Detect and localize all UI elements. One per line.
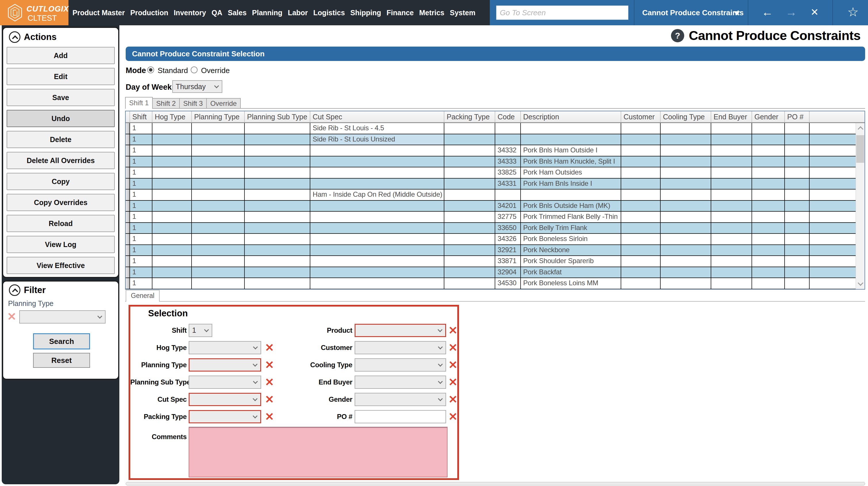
table-row[interactable]: 134530Pork Boneless Loins MM [126, 278, 856, 289]
mode-override-radio[interactable] [191, 66, 197, 73]
clear-end-buyer-icon[interactable]: ✕ [448, 375, 458, 389]
menu-inventory[interactable]: Inventory [174, 9, 206, 17]
row-header[interactable] [126, 256, 130, 267]
scroll-up-icon[interactable] [858, 126, 863, 132]
field-planning-type-select[interactable] [189, 358, 261, 371]
field-po-input[interactable] [354, 410, 446, 423]
field-cut-spec-select[interactable] [189, 393, 261, 406]
row-header[interactable] [126, 278, 130, 289]
table-row[interactable]: 133825Pork Ham Outsides [126, 168, 856, 179]
action-save-button[interactable]: Save [7, 89, 115, 106]
vertical-scrollbar[interactable] [856, 123, 865, 289]
col-gender[interactable]: Gender [752, 111, 785, 122]
help-icon[interactable]: ? [671, 29, 684, 42]
scrollbar-thumb[interactable] [856, 135, 864, 163]
tab-shift-1[interactable]: Shift 1 [125, 97, 153, 109]
col-description[interactable]: Description [521, 111, 621, 122]
clear-cooling-type-icon[interactable]: ✕ [448, 358, 458, 371]
col-hog-type[interactable]: Hog Type [152, 111, 192, 122]
tab-shift-2[interactable]: Shift 2 [152, 98, 180, 109]
menu-finance[interactable]: Finance [386, 9, 413, 17]
row-header[interactable] [126, 168, 130, 178]
clear-hog-type-icon[interactable]: ✕ [265, 341, 274, 354]
table-row[interactable]: 134333Pork Bnls Ham Knuckle, Split I [126, 156, 856, 168]
menu-labor[interactable]: Labor [288, 9, 308, 17]
row-header[interactable] [126, 145, 130, 156]
clear-po-icon[interactable]: ✕ [448, 410, 458, 423]
row-header[interactable] [126, 134, 130, 145]
tab-shift-3[interactable]: Shift 3 [179, 98, 207, 109]
col-cut-spec[interactable]: Cut Spec [310, 111, 444, 122]
back-arrow-icon[interactable]: ← [762, 0, 773, 25]
screen-selector-caret-icon[interactable] [734, 11, 740, 15]
action-view-log-button[interactable]: View Log [7, 236, 115, 253]
menu-sales[interactable]: Sales [228, 9, 246, 17]
col-shift[interactable]: Shift [130, 111, 152, 122]
clear-customer-icon[interactable]: ✕ [448, 341, 458, 354]
action-copy-overrides-button[interactable]: Copy Overrides [7, 194, 115, 211]
field-cooling-type-select[interactable] [354, 358, 446, 371]
field-packing-type-select[interactable] [189, 410, 261, 423]
clear-packing-type-icon[interactable]: ✕ [265, 410, 274, 423]
favorite-star-icon[interactable]: ☆ [847, 0, 859, 25]
action-undo-button[interactable]: Undo [7, 110, 115, 127]
search-button[interactable]: Search [33, 333, 90, 350]
clear-gender-icon[interactable]: ✕ [448, 393, 458, 406]
menu-metrics[interactable]: Metrics [419, 9, 444, 17]
field-shift-select[interactable]: 1 [189, 324, 212, 337]
comments-textarea[interactable] [189, 427, 447, 477]
row-header[interactable] [126, 156, 130, 167]
table-row[interactable]: 1Side Rib - St Louis - 4.5 [126, 123, 856, 134]
col-end-buyer[interactable]: End Buyer [711, 111, 752, 122]
col-packing-type[interactable]: Packing Type [444, 111, 495, 122]
clear-planning-type-icon[interactable]: ✕ [265, 358, 274, 371]
row-header[interactable] [126, 212, 130, 222]
row-header[interactable] [126, 179, 130, 189]
action-reload-button[interactable]: Reload [7, 215, 115, 232]
field-product-select[interactable] [354, 324, 446, 337]
row-header[interactable] [126, 201, 130, 211]
go-to-screen-input[interactable] [496, 5, 628, 20]
action-edit-button[interactable]: Edit [7, 68, 115, 85]
clear-cut-spec-icon[interactable]: ✕ [265, 393, 274, 406]
menu-product-master[interactable]: Product Master [72, 9, 125, 17]
field-planning-sub-type-select[interactable] [189, 375, 261, 389]
row-header[interactable] [126, 189, 130, 200]
mode-override-option[interactable]: Override [201, 66, 230, 75]
menu-logistics[interactable]: Logistics [313, 9, 345, 17]
col-planning-sub-type[interactable]: Planning Sub Type [245, 111, 310, 122]
clear-planning-sub-type-icon[interactable]: ✕ [265, 375, 274, 389]
tab-general[interactable]: General [126, 290, 160, 302]
forward-arrow-icon[interactable]: → [785, 0, 797, 25]
action-delete-button[interactable]: Delete [7, 131, 115, 148]
menu-production[interactable]: Production [130, 9, 168, 17]
col-customer[interactable]: Customer [621, 111, 661, 122]
screen-selector[interactable]: Cannot Produce Constraints [642, 0, 743, 25]
table-row[interactable]: 132904Pork Backfat [126, 267, 856, 278]
horizontal-scrollbar[interactable] [126, 482, 865, 485]
collapse-filter-icon[interactable] [9, 284, 21, 296]
action-view-effective-button[interactable]: View Effective [7, 257, 115, 274]
action-copy-button[interactable]: Copy [7, 173, 115, 190]
reset-button[interactable]: Reset [33, 353, 90, 368]
table-row[interactable]: 1Ham - Inside Cap On Red (Middle Outside… [126, 189, 856, 201]
table-row[interactable]: 133650Pork Belly Trim Flank [126, 223, 856, 234]
mode-standard-option[interactable]: Standard [158, 66, 188, 75]
col-planning-type[interactable]: Planning Type [192, 111, 245, 122]
close-screen-icon[interactable]: ✕ [810, 0, 819, 25]
scroll-down-icon[interactable] [858, 280, 863, 286]
day-of-week-select[interactable]: Thursday [172, 80, 222, 93]
table-row[interactable]: 134332Pork Bnls Ham Outside I [126, 145, 856, 156]
table-row[interactable]: 134331Pork Ham Bnls Inside I [126, 179, 856, 190]
app-logo[interactable]: CUTLOGIX CLTEST [0, 0, 68, 25]
menu-shipping[interactable]: Shipping [350, 9, 381, 17]
field-hog-type-select[interactable] [189, 341, 261, 354]
clear-product-icon[interactable]: ✕ [448, 324, 458, 337]
table-row[interactable]: 132775Pork Trimmed Flank Belly -Thin [126, 212, 856, 223]
table-row[interactable]: 1Side Rib - St Louis Unsized [126, 134, 856, 146]
col-code[interactable]: Code [495, 111, 521, 122]
col-po[interactable]: PO # [785, 111, 810, 122]
menu-planning[interactable]: Planning [252, 9, 282, 17]
action-delete-all-overrides-button[interactable]: Delete All Overrides [7, 152, 115, 169]
row-header[interactable] [126, 123, 130, 134]
